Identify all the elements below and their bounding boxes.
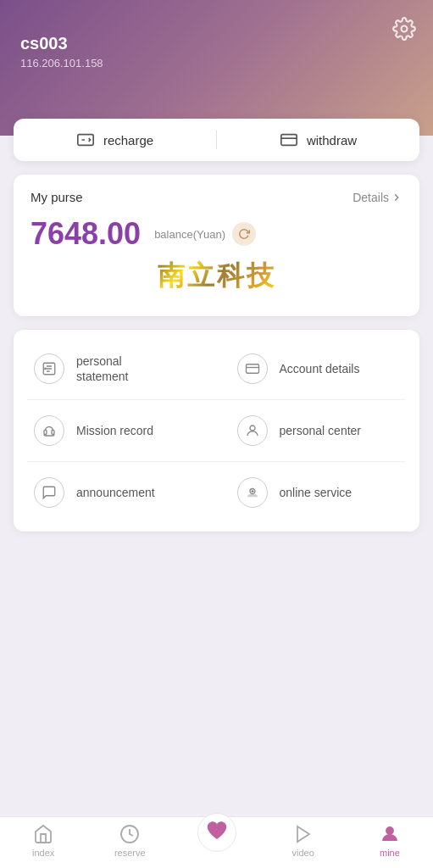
- svg-point-16: [386, 827, 393, 834]
- personal-statement-label: personalstatement: [76, 353, 128, 384]
- svg-rect-9: [52, 431, 54, 435]
- recharge-button[interactable]: recharge: [14, 131, 217, 149]
- nav-reserve-label: reserve: [114, 848, 146, 858]
- nav-reserve[interactable]: reserve: [86, 824, 173, 858]
- action-bar: recharge withdraw: [14, 119, 419, 161]
- personal-center-icon: [237, 415, 268, 446]
- recharge-icon: [76, 131, 95, 149]
- ip-text: 116.206.101.158: [20, 57, 413, 70]
- menu-personal-statement[interactable]: personalstatement: [14, 338, 217, 399]
- announcement-label: announcement: [76, 485, 155, 500]
- personal-statement-icon: [34, 353, 64, 384]
- nav-video-label: video: [292, 848, 314, 858]
- menu-personal-center[interactable]: personal center: [217, 400, 420, 461]
- svg-point-0: [402, 26, 408, 32]
- details-button[interactable]: Details: [353, 191, 402, 204]
- header-section: cs003 116.206.101.158: [0, 0, 433, 136]
- menu-row-1: personalstatement Account details: [14, 338, 419, 399]
- menu-announcement[interactable]: announcement: [14, 462, 217, 523]
- svg-rect-2: [281, 135, 297, 146]
- username-text: cs003: [20, 34, 413, 53]
- menu-row-2: Mission record personal center: [14, 400, 419, 461]
- withdraw-button[interactable]: withdraw: [217, 131, 419, 149]
- personal-center-label: personal center: [280, 423, 362, 438]
- nav-mine[interactable]: mine: [347, 824, 433, 858]
- account-details-label: Account details: [280, 361, 360, 376]
- refresh-button[interactable]: [232, 222, 256, 246]
- withdraw-label: withdraw: [307, 133, 357, 147]
- purse-title: My purse: [31, 190, 83, 204]
- account-details-icon: [237, 353, 268, 384]
- svg-point-10: [250, 426, 255, 431]
- online-service-icon: [237, 477, 268, 508]
- svg-point-5: [45, 368, 47, 370]
- mine-person-icon: [380, 824, 400, 844]
- svg-point-12: [251, 490, 253, 492]
- menu-card: personalstatement Account details: [14, 330, 419, 531]
- balance-info: balance(Yuan): [154, 222, 256, 246]
- nav-center[interactable]: [173, 826, 259, 856]
- clock-icon: [119, 824, 140, 844]
- menu-row-3: announcement online service: [14, 462, 419, 523]
- purse-header: My purse Details: [31, 190, 402, 204]
- purse-card: My purse Details 7648.00 balance(Yuan): [14, 175, 419, 316]
- svg-rect-6: [246, 364, 258, 374]
- home-icon: [33, 824, 53, 844]
- menu-mission-record[interactable]: Mission record: [14, 400, 217, 461]
- balance-amount: 7648.00: [31, 216, 141, 252]
- balance-row: 7648.00 balance(Yuan): [31, 216, 402, 252]
- mission-record-label: Mission record: [76, 423, 153, 438]
- balance-label: balance(Yuan): [154, 228, 225, 241]
- nav-index[interactable]: index: [0, 824, 86, 858]
- bottom-nav: index reserve video mine: [0, 816, 433, 868]
- announcement-icon: [34, 477, 64, 508]
- video-icon: [293, 824, 314, 844]
- purse-balance-section: 7648.00 balance(Yuan) 南立科技: [31, 216, 402, 298]
- recharge-label: recharge: [103, 133, 153, 147]
- svg-marker-15: [297, 826, 309, 842]
- nav-mine-label: mine: [380, 848, 400, 858]
- svg-rect-8: [44, 431, 47, 435]
- logo-overlay: 南立科技: [158, 258, 276, 295]
- menu-online-service[interactable]: online service: [217, 462, 420, 523]
- details-label: Details: [353, 191, 389, 204]
- nav-video[interactable]: video: [260, 824, 347, 858]
- menu-account-details[interactable]: Account details: [217, 338, 420, 399]
- withdraw-icon: [280, 131, 298, 149]
- settings-icon[interactable]: [392, 17, 416, 41]
- nav-index-label: index: [32, 848, 54, 858]
- online-service-label: online service: [280, 485, 353, 500]
- mission-record-icon: [34, 415, 64, 446]
- heart-icon: [197, 812, 237, 853]
